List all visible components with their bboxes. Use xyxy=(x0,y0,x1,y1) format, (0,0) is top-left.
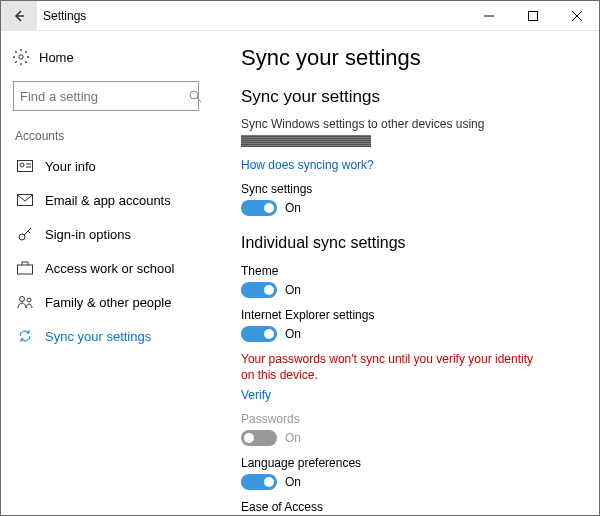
sidebar-item-label: Access work or school xyxy=(45,261,174,276)
svg-rect-7 xyxy=(18,265,33,274)
sidebar-item-label: Family & other people xyxy=(45,295,171,310)
sidebar-item-signin[interactable]: Sign-in options xyxy=(13,217,199,251)
verify-link[interactable]: Verify xyxy=(241,388,271,402)
people-icon xyxy=(17,294,33,310)
home-label: Home xyxy=(39,50,74,65)
toggle-state: On xyxy=(285,201,301,215)
sidebar-item-label: Sync your settings xyxy=(45,329,151,344)
mail-icon xyxy=(17,192,33,208)
toggle-label: Ease of Access xyxy=(241,500,575,514)
search-box[interactable] xyxy=(13,81,199,111)
content-area: Sync your settings Sync your settings Sy… xyxy=(211,31,599,516)
toggle-sync-settings: Sync settings On xyxy=(241,182,575,216)
toggle-state: On xyxy=(285,283,301,297)
section-header: Sync your settings xyxy=(241,87,575,107)
switch-theme[interactable] xyxy=(241,282,277,298)
svg-point-9 xyxy=(27,298,31,302)
person-card-icon xyxy=(17,158,33,174)
svg-point-4 xyxy=(20,163,24,167)
toggle-theme: Theme On xyxy=(241,264,575,298)
switch-language[interactable] xyxy=(241,474,277,490)
sync-description: Sync Windows settings to other devices u… xyxy=(241,117,575,131)
arrow-left-icon xyxy=(12,9,26,23)
section-header: Individual sync settings xyxy=(241,234,575,252)
search-input[interactable] xyxy=(20,89,188,104)
home-nav[interactable]: Home xyxy=(13,41,199,73)
sidebar-item-label: Your info xyxy=(45,159,96,174)
toggle-language: Language preferences On xyxy=(241,456,575,490)
account-redacted xyxy=(241,135,371,147)
toggle-label: Sync settings xyxy=(241,182,575,196)
toggle-passwords: Passwords On xyxy=(241,412,575,446)
briefcase-icon xyxy=(17,260,33,276)
toggle-ie: Internet Explorer settings On xyxy=(241,308,575,342)
svg-rect-0 xyxy=(529,11,538,20)
key-icon xyxy=(17,226,33,242)
svg-point-8 xyxy=(20,297,25,302)
minimize-button[interactable] xyxy=(467,1,511,31)
sidebar-item-your-info[interactable]: Your info xyxy=(13,149,199,183)
sidebar-item-email[interactable]: Email & app accounts xyxy=(13,183,199,217)
toggle-label: Passwords xyxy=(241,412,575,426)
toggle-label: Theme xyxy=(241,264,575,278)
switch-ie[interactable] xyxy=(241,326,277,342)
svg-point-1 xyxy=(19,55,23,59)
search-icon xyxy=(188,89,202,103)
sidebar-item-family[interactable]: Family & other people xyxy=(13,285,199,319)
sidebar: Home Accounts Your info Email & app acco… xyxy=(1,31,211,516)
sidebar-item-sync[interactable]: Sync your settings xyxy=(13,319,199,353)
back-button[interactable] xyxy=(1,1,37,31)
svg-rect-5 xyxy=(18,195,33,206)
switch-sync[interactable] xyxy=(241,200,277,216)
window-title: Settings xyxy=(43,9,86,23)
svg-point-2 xyxy=(190,91,198,99)
toggle-label: Language preferences xyxy=(241,456,575,470)
toggle-label: Internet Explorer settings xyxy=(241,308,575,322)
titlebar: Settings xyxy=(1,1,599,31)
toggle-ease: Ease of Access On xyxy=(241,500,575,516)
maximize-button[interactable] xyxy=(511,1,555,31)
page-title: Sync your settings xyxy=(241,45,575,71)
password-warning: Your passwords won't sync until you veri… xyxy=(241,352,541,383)
sidebar-section: Accounts xyxy=(15,129,199,143)
toggle-state: On xyxy=(285,431,301,445)
help-link[interactable]: How does syncing work? xyxy=(241,158,374,172)
switch-passwords xyxy=(241,430,277,446)
sidebar-item-work[interactable]: Access work or school xyxy=(13,251,199,285)
gear-icon xyxy=(13,49,29,65)
toggle-state: On xyxy=(285,475,301,489)
close-button[interactable] xyxy=(555,1,599,31)
sidebar-item-label: Email & app accounts xyxy=(45,193,171,208)
sync-icon xyxy=(17,328,33,344)
sidebar-item-label: Sign-in options xyxy=(45,227,131,242)
toggle-state: On xyxy=(285,327,301,341)
